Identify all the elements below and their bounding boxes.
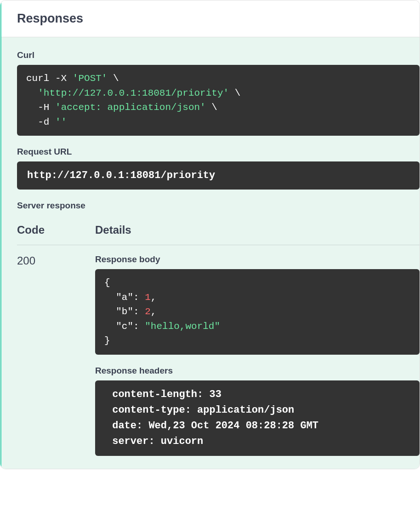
curl-code-block[interactable]: curl -X 'POST' \ 'http://127.0.0.1:18081…: [17, 65, 420, 136]
responses-title: Responses: [17, 12, 403, 26]
status-code: 200: [17, 254, 95, 456]
response-details: Response body { "a": 1, "b": 2, "c": "he…: [95, 254, 420, 456]
response-headers-block[interactable]: content-length: 33 content-type: applica…: [95, 380, 420, 456]
curl-label: Curl: [17, 50, 420, 60]
responses-header: Responses: [0, 0, 420, 37]
request-url-value[interactable]: http://127.0.0.1:18081/priority: [17, 161, 420, 190]
responses-content: Curl curl -X 'POST' \ 'http://127.0.0.1:…: [0, 37, 420, 469]
response-headers-label: Response headers: [95, 366, 420, 376]
response-body-block[interactable]: { "a": 1, "b": 2, "c": "hello,world" }: [95, 269, 420, 355]
code-column-header: Code: [17, 224, 95, 236]
response-body-label: Response body: [95, 254, 420, 265]
request-url-label: Request URL: [17, 147, 420, 157]
details-column-header: Details: [95, 224, 131, 236]
response-table-head: Code Details: [17, 224, 420, 245]
server-response-label: Server response: [17, 201, 420, 211]
response-row: 200 Response body { "a": 1, "b": 2, "c":…: [17, 254, 420, 456]
responses-panel: Responses Curl curl -X 'POST' \ 'http://…: [0, 0, 420, 469]
